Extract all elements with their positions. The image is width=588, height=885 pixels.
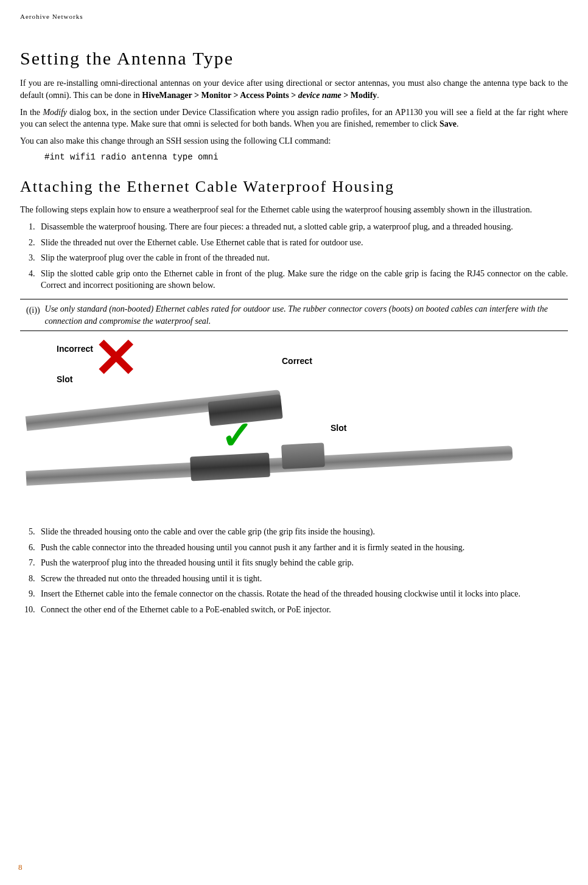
step-item: Slide the threaded nut over the Ethernet… — [37, 237, 568, 249]
step-item: Slide the threaded housing onto the cabl… — [37, 526, 568, 538]
steps-list-a: Disassemble the waterproof housing. Ther… — [20, 221, 568, 292]
antenna-p1: If you are re-installing omni-directiona… — [20, 77, 568, 101]
step-item: Connect the other end of the Ethernet ca… — [37, 604, 568, 616]
step-item: Push the waterproof plug into the thread… — [37, 557, 568, 569]
housing-intro: The following steps explain how to ensur… — [20, 204, 568, 216]
grip-illustration — [190, 453, 270, 481]
section-title-housing: Attaching the Ethernet Cable Waterproof … — [20, 176, 568, 198]
step-item: Insert the Ethernet cable into the femal… — [37, 588, 568, 600]
text-italic: Modify — [43, 108, 67, 117]
label-slot: Slot — [331, 422, 346, 435]
step-item: Screw the threaded nut onto the threaded… — [37, 573, 568, 585]
step-item: Slip the waterproof plug over the cable … — [37, 252, 568, 264]
text-bold: HiveManager > Monitor > Access Points > — [142, 91, 298, 100]
steps-list-b: Slide the threaded housing onto the cabl… — [20, 526, 568, 616]
note-callout: ((i)) Use only standard (non-booted) Eth… — [20, 299, 568, 331]
label-slot: Slot — [57, 374, 72, 386]
step-item: Slip the slotted cable grip onto the Eth… — [37, 268, 568, 292]
label-incorrect: Incorrect — [57, 343, 93, 355]
label-correct: Correct — [282, 355, 312, 368]
antenna-p3: You can also make this change through an… — [20, 135, 568, 147]
text-bold-italic: device name — [298, 91, 341, 100]
cli-command: #int wifi1 radio antenna type omni — [44, 152, 568, 164]
note-icon: ((i)) — [26, 303, 40, 317]
text-bold: Save — [439, 119, 457, 128]
text: . — [457, 119, 459, 128]
step-item: Disassemble the waterproof housing. Ther… — [37, 221, 568, 233]
text-bold: > Modify — [341, 91, 377, 100]
text: dialog box, in the section under Device … — [20, 108, 568, 129]
cable-diagram: Incorrect Slot ✕ Correct Slot ✓ — [26, 343, 562, 514]
check-mark-icon: ✓ — [221, 416, 254, 455]
x-mark-icon: ✕ — [93, 331, 139, 386]
antenna-p2: In the Modify dialog box, in the section… — [20, 107, 568, 130]
note-text: Use only standard (non-booted) Ethernet … — [45, 303, 562, 327]
text: In the — [20, 108, 43, 117]
text: . — [377, 91, 379, 100]
section-title-antenna: Setting the Antenna Type — [20, 46, 568, 71]
step-item: Push the cable connector into the thread… — [37, 542, 568, 554]
rj45-illustration — [281, 442, 325, 469]
page-header: Aerohive Networks — [20, 12, 568, 21]
